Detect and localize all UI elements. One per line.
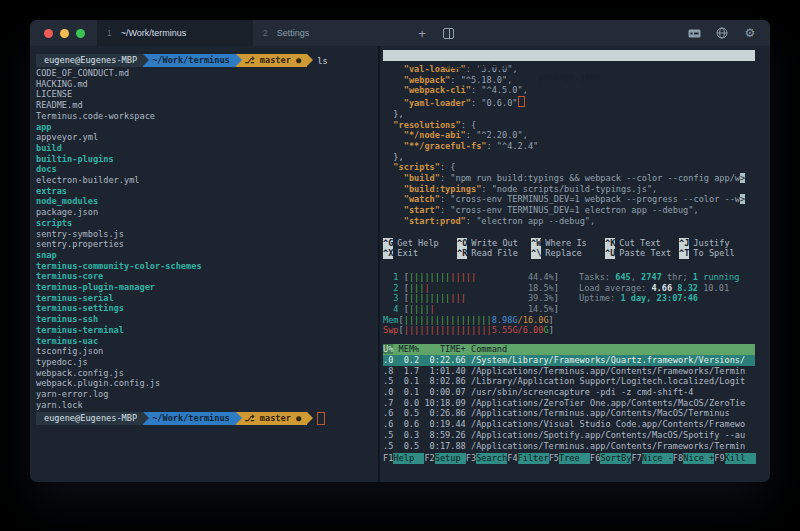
- function-key[interactable]: F2Setup: [424, 453, 465, 464]
- nano-shortcut: ^JJustify: [679, 238, 753, 249]
- tab-number: 2: [263, 28, 268, 38]
- function-key[interactable]: F4Filter: [507, 453, 548, 464]
- file-listing: CODE_OF_CONDUCT.mdHACKING.mdLICENSEREADM…: [36, 68, 378, 411]
- listing-entry: yarn.lock: [36, 400, 378, 411]
- listing-entry: webpack.config.js: [36, 368, 378, 379]
- traffic-lights: [30, 20, 97, 46]
- nano-shortcut: ^TTo Spell: [679, 248, 753, 259]
- swap-meter: Swp[|||||||||||||||||5.55G/6.00G]: [383, 325, 770, 336]
- tab-settings[interactable]: 2 Settings: [253, 20, 409, 46]
- fkey-number: F9: [714, 453, 724, 464]
- shortcut-label: Replace: [545, 248, 581, 259]
- listing-entry: LICENSE: [36, 89, 378, 100]
- prompt-user-segment: eugene@Eugenes-MBP: [36, 412, 143, 425]
- shortcut-label: Paste Text: [619, 248, 671, 259]
- sort-column-header[interactable]: U%: [383, 344, 393, 354]
- nano-shortcut: ^\Replace: [531, 248, 605, 259]
- function-key[interactable]: F1Help: [383, 453, 424, 464]
- tasks-line: Load average: 4.66 8.32 10.01: [579, 283, 739, 294]
- listing-entry: tsconfig.json: [36, 346, 378, 357]
- function-key[interactable]: F9Kill: [714, 453, 755, 464]
- process-row[interactable]: .0 0.1 0:00.07 /usr/sbin/screencapture -…: [383, 387, 755, 398]
- nano-shortcut: ^KCut Text: [605, 238, 679, 249]
- function-key[interactable]: F7Nice -: [631, 453, 672, 464]
- function-key[interactable]: F8Nice +: [673, 453, 714, 464]
- close-button[interactable]: [44, 29, 53, 38]
- shortcut-key: ^W: [531, 238, 541, 249]
- process-row[interactable]: .0 0.2 0:22.66 /System/Library/Framework…: [383, 355, 755, 366]
- terminus-window: 1 ~/Work/terminus 2 Settings + ⚙ eugene@…: [30, 20, 770, 482]
- nano-line: "build:typings": "node scripts/build-typ…: [383, 184, 770, 195]
- listing-entry: docs: [36, 164, 378, 175]
- nano-pane[interactable]: GNU nano 4.5 package.json "val-loader": …: [383, 50, 770, 259]
- minimize-button[interactable]: [60, 29, 69, 38]
- nano-buffer: "val-loader": "3.0.0", "webpack": "^5.18…: [383, 64, 770, 227]
- process-table: U% MEM% TIME+ Command .0 0.2 0:22.66 /Sy…: [383, 344, 755, 451]
- tab-title: ~/Work/terminus: [121, 28, 187, 38]
- globe-icon[interactable]: [708, 20, 736, 46]
- shell-pane[interactable]: eugene@Eugenes-MBP ~/Work/terminus ⎇ mas…: [30, 46, 380, 482]
- nano-shortcut: ^OWrite Out: [457, 238, 531, 249]
- listing-entry: sentry-symbols.js: [36, 229, 378, 240]
- right-pane-column: GNU nano 4.5 package.json "val-loader": …: [380, 46, 770, 482]
- listing-entry: terminus-ssh: [36, 314, 378, 325]
- function-key[interactable]: F6SortBy: [590, 453, 631, 464]
- shortcut-label: Where Is: [545, 238, 586, 249]
- listing-entry: extras: [36, 186, 378, 197]
- tab-bar: 1 ~/Work/terminus 2 Settings + ⚙: [30, 20, 770, 46]
- settings-gear-icon[interactable]: ⚙: [736, 20, 770, 46]
- function-key[interactable]: F5Tree: [549, 453, 590, 464]
- split-pane-icon[interactable]: [435, 20, 461, 46]
- prompt-path-segment: ~/Work/terminus: [143, 54, 236, 67]
- prompt-user-segment: eugene@Eugenes-MBP: [36, 54, 143, 67]
- process-row[interactable]: .6 0.6 0:19.44 /Applications/Visual Stud…: [383, 419, 755, 430]
- listing-entry: Terminus.code-workspace: [36, 111, 378, 122]
- fkey-number: F3: [466, 453, 476, 464]
- shortcut-key: ^J: [679, 238, 689, 249]
- process-row[interactable]: .5 0.5 0:17.88 /Applications/Terminus.ap…: [383, 441, 755, 452]
- nano-line: "**/graceful-fs": "^4.2.4": [383, 141, 770, 152]
- listing-entry: yarn-error.log: [36, 389, 378, 400]
- listing-entry: terminus-community-color-schemes: [36, 261, 378, 272]
- fkey-number: F1: [383, 453, 393, 464]
- listing-entry: builtin-plugins: [36, 154, 378, 165]
- shortcut-key: ^O: [457, 238, 467, 249]
- listing-entry: terminus-serial: [36, 293, 378, 304]
- listing-entry: scripts: [36, 218, 378, 229]
- keyboard-icon[interactable]: [680, 20, 708, 46]
- fkey-number: F2: [424, 453, 434, 464]
- process-row[interactable]: .6 0.5 0:26.86 /Applications/Terminus.ap…: [383, 408, 755, 419]
- prompt-path-segment: ~/Work/terminus: [143, 412, 236, 425]
- nano-line: "start:prod": "electron app --debug",: [383, 216, 770, 227]
- listing-entry: sentry.properties: [36, 239, 378, 250]
- nano-shortcuts-row1: ^GGet Help^OWrite Out^WWhere Is^KCut Tex…: [383, 238, 755, 249]
- table-columns: MEM% TIME+ Command: [393, 344, 507, 354]
- shortcut-key: ^\: [531, 248, 541, 259]
- function-key[interactable]: F3Search: [466, 453, 507, 464]
- process-table-header[interactable]: U% MEM% TIME+ Command: [383, 344, 755, 355]
- tasks-line: Uptime: 1 day, 23:07:46: [579, 293, 739, 304]
- tab-work-terminus[interactable]: 1 ~/Work/terminus: [97, 20, 253, 46]
- prompt-git-segment: ⎇ master ●: [236, 412, 307, 425]
- process-row[interactable]: .7 0.0 10:18.09 /Applications/ZeroTier O…: [383, 398, 755, 409]
- listing-entry: build: [36, 143, 378, 154]
- nano-title-bar: GNU nano 4.5 package.json: [383, 50, 755, 61]
- zoom-button[interactable]: [76, 29, 85, 38]
- shortcut-label: Cut Text: [619, 238, 660, 249]
- nano-line: "*/node-abi": "^2.20.0",: [383, 130, 770, 141]
- nano-line: },: [383, 152, 770, 163]
- process-row[interactable]: .8 1.7 1:01.40 /Applications/Terminus.ap…: [383, 366, 755, 377]
- fkey-action: Kill: [725, 453, 756, 464]
- new-tab-button[interactable]: +: [409, 20, 435, 46]
- fkey-action: Nice -: [642, 453, 673, 464]
- nano-shortcut: ^XExit: [383, 248, 457, 259]
- fkey-number: F7: [631, 453, 641, 464]
- process-row[interactable]: .5 0.3 8:59.26 /Applications/Spotify.app…: [383, 430, 755, 441]
- nano-line: "build": "npm run build:typings && webpa…: [383, 173, 770, 184]
- fkey-action: Help: [393, 453, 424, 464]
- process-row[interactable]: .5 0.1 8:02.86 /Library/Application Supp…: [383, 376, 755, 387]
- htop-pane[interactable]: 1 [||||||||||||| 44.4%] 2 [|||| 18.5%] 3…: [383, 272, 770, 464]
- htop-function-key-bar: F1Help F2Setup F3SearchF4FilterF5Tree F6…: [383, 453, 755, 464]
- tasks-line: Tasks: 645, 2747 thr; 1 running: [579, 272, 739, 283]
- fkey-action: SortBy: [600, 453, 631, 464]
